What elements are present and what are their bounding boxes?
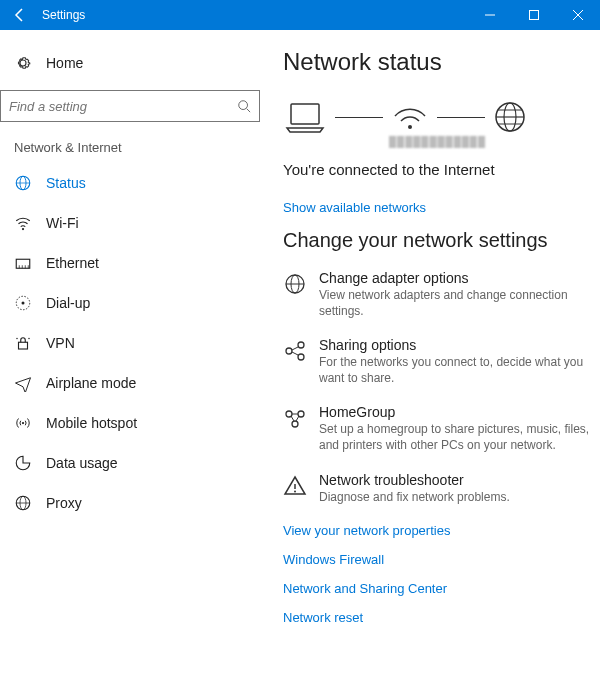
svg-point-31 (292, 421, 298, 427)
titlebar: Settings (0, 0, 600, 30)
wifi-signal-icon (391, 102, 429, 132)
svg-line-3 (247, 109, 251, 113)
sidebar-item-airplane-mode[interactable]: Airplane mode (0, 363, 265, 403)
setting-homegroup[interactable]: HomeGroupSet up a homegroup to share pic… (283, 404, 592, 453)
svg-point-19 (408, 125, 412, 129)
sidebar-item-label: VPN (46, 335, 75, 351)
setting-desc: Diagnose and fix network problems. (319, 490, 510, 506)
link-network-and-sharing-center[interactable]: Network and Sharing Center (283, 581, 592, 596)
search-box[interactable] (0, 90, 260, 122)
svg-rect-8 (16, 259, 30, 268)
setting-title: Network troubleshooter (319, 472, 510, 488)
setting-title: HomeGroup (319, 404, 592, 420)
svg-point-2 (239, 101, 248, 110)
sidebar-item-label: Airplane mode (46, 375, 136, 391)
setting-title: Change adapter options (319, 270, 592, 286)
laptop-icon (283, 100, 327, 134)
back-button[interactable] (0, 0, 40, 30)
setting-network-troubleshooter[interactable]: Network troubleshooterDiagnose and fix n… (283, 472, 592, 506)
connector-line (335, 117, 383, 118)
home-button[interactable]: Home (0, 46, 265, 80)
sidebar-item-label: Proxy (46, 495, 82, 511)
sidebar-item-label: Ethernet (46, 255, 99, 271)
sidebar-item-label: Wi-Fi (46, 215, 79, 231)
link-view-your-network-properties[interactable]: View your network properties (283, 523, 592, 538)
link-network-reset[interactable]: Network reset (283, 610, 592, 625)
link-windows-firewall[interactable]: Windows Firewall (283, 552, 592, 567)
dialup-icon (14, 294, 32, 312)
airplane-icon (14, 374, 32, 392)
page-heading: Network status (283, 48, 592, 76)
warning-icon (283, 474, 307, 498)
sidebar-item-status[interactable]: Status (0, 163, 265, 203)
sidebar-group-title: Network & Internet (0, 122, 265, 163)
homegroup-icon (283, 406, 307, 430)
svg-point-13 (28, 338, 30, 340)
change-settings-heading: Change your network settings (283, 229, 592, 252)
sidebar-item-proxy[interactable]: Proxy (0, 483, 265, 523)
status-icon (14, 174, 32, 192)
svg-rect-1 (530, 11, 539, 20)
setting-desc: Set up a homegroup to share pictures, mu… (319, 422, 592, 453)
wifi-icon (14, 214, 32, 232)
sidebar-item-mobile-hotspot[interactable]: Mobile hotspot (0, 403, 265, 443)
sidebar: Home Network & Internet StatusWi-FiEther… (0, 30, 265, 700)
setting-desc: For the networks you connect to, decide … (319, 355, 592, 386)
close-button[interactable] (556, 0, 600, 30)
sidebar-item-dial-up[interactable]: Dial-up (0, 283, 265, 323)
setting-change-adapter-options[interactable]: Change adapter optionsView network adapt… (283, 270, 592, 319)
svg-point-33 (294, 490, 296, 492)
ethernet-icon (14, 254, 32, 272)
sidebar-item-vpn[interactable]: VPN (0, 323, 265, 363)
main-content: Network status ████████████ You're conne… (265, 30, 600, 700)
svg-point-14 (22, 422, 24, 424)
svg-rect-18 (291, 104, 319, 124)
sharing-icon (283, 339, 307, 363)
sidebar-item-label: Status (46, 175, 86, 191)
globe-icon (493, 100, 527, 134)
home-label: Home (46, 55, 83, 71)
proxy-icon (14, 494, 32, 512)
hotspot-icon (14, 414, 32, 432)
maximize-button[interactable] (512, 0, 556, 30)
datausage-icon (14, 454, 32, 472)
connection-status: You're connected to the Internet (283, 161, 592, 178)
gear-icon (14, 54, 32, 72)
setting-desc: View network adapters and change connect… (319, 288, 592, 319)
search-input[interactable] (9, 99, 237, 114)
window-title: Settings (42, 8, 85, 22)
network-diagram (283, 94, 592, 138)
minimize-button[interactable] (468, 0, 512, 30)
search-icon (237, 99, 251, 113)
svg-point-10 (22, 302, 25, 305)
svg-point-28 (298, 354, 304, 360)
sidebar-item-data-usage[interactable]: Data usage (0, 443, 265, 483)
globe-icon (283, 272, 307, 296)
sidebar-item-ethernet[interactable]: Ethernet (0, 243, 265, 283)
svg-point-12 (16, 338, 18, 340)
setting-title: Sharing options (319, 337, 592, 353)
svg-point-27 (298, 342, 304, 348)
setting-sharing-options[interactable]: Sharing optionsFor the networks you conn… (283, 337, 592, 386)
vpn-icon (14, 334, 32, 352)
network-name: ████████████ (283, 136, 592, 147)
connector-line (437, 117, 485, 118)
show-networks-link[interactable]: Show available networks (283, 200, 592, 215)
sidebar-item-wi-fi[interactable]: Wi-Fi (0, 203, 265, 243)
sidebar-item-label: Data usage (46, 455, 118, 471)
svg-point-26 (286, 348, 292, 354)
sidebar-item-label: Dial-up (46, 295, 90, 311)
svg-point-7 (22, 228, 24, 230)
sidebar-item-label: Mobile hotspot (46, 415, 137, 431)
svg-rect-11 (19, 342, 28, 349)
